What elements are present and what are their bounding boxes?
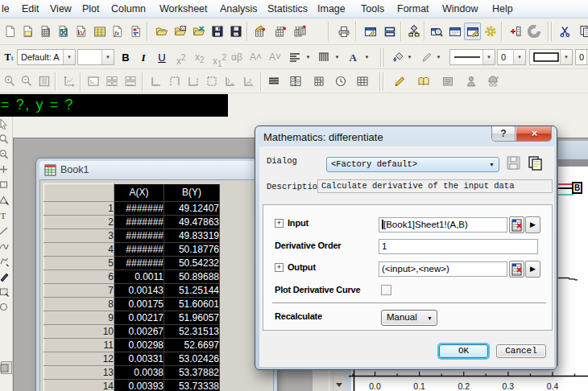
menu-item-plot[interactable]: Plot: [82, 2, 100, 16]
cell-a5[interactable]: #######: [114, 257, 164, 270]
print-icon[interactable]: [335, 23, 352, 40]
code-builder-icon[interactable]: [482, 23, 499, 40]
input-flyout-button[interactable]: ▶: [525, 216, 540, 233]
cell-a9[interactable]: 0.00217: [114, 311, 164, 325]
cell-b4[interactable]: 50.18776: [164, 243, 220, 257]
row-header[interactable]: 10: [44, 325, 114, 339]
cell-a14[interactable]: 0.00393: [114, 380, 164, 391]
menu-item-view[interactable]: View: [50, 2, 72, 16]
menu-item-tools[interactable]: Tools: [361, 2, 384, 16]
command-window-icon[interactable]: [464, 23, 481, 40]
save-theme-button[interactable]: [506, 155, 524, 171]
chevron-down-icon[interactable]: ▼: [303, 49, 313, 66]
help-button[interactable]: ?: [492, 126, 516, 142]
open-excel-icon[interactable]: [190, 23, 207, 40]
plot-derivative-checkbox[interactable]: [381, 285, 391, 295]
input-field[interactable]: [Book1]Sheet1!(A,B): [379, 217, 507, 233]
output-field[interactable]: (<input>,<new>): [379, 261, 507, 277]
new-function-icon[interactable]: fx: [109, 23, 126, 40]
menu-item-worksheet[interactable]: Worksheet: [159, 2, 208, 16]
increase-font-icon[interactable]: A˄: [250, 49, 262, 66]
save-project-icon[interactable]: [209, 23, 226, 40]
copy-settings-button[interactable]: [527, 155, 545, 171]
text-tool-icon[interactable]: T: [1, 209, 12, 222]
font-combo[interactable]: Default: A▼: [17, 49, 76, 65]
bold-button[interactable]: B: [118, 49, 134, 66]
new-graph-icon[interactable]: [72, 23, 89, 40]
supersubscript-icon[interactable]: x12: [213, 49, 226, 66]
book1-titlebar[interactable]: Book1: [39, 161, 274, 179]
row-header[interactable]: 7: [44, 284, 114, 298]
script-window[interactable]: = ?, y = ?: [0, 94, 230, 117]
row-header[interactable]: 1: [44, 202, 114, 216]
edit-pencil-icon[interactable]: [391, 72, 408, 90]
zoom-out-page-icon[interactable]: [18, 72, 35, 90]
cell-b13[interactable]: 53.37882: [164, 366, 220, 380]
row-header[interactable]: 14: [44, 380, 114, 391]
open-book-icon[interactable]: [415, 72, 432, 90]
zoom-in-tool-icon[interactable]: [1, 133, 12, 146]
menu-item-edit[interactable]: Edit: [22, 2, 39, 16]
gray-tool-icon[interactable]: [439, 72, 456, 90]
new-excel-icon[interactable]: [55, 23, 72, 40]
row-header[interactable]: 8: [44, 298, 114, 311]
layer-grid-icon[interactable]: [122, 72, 139, 90]
menu-item-image[interactable]: Image: [317, 2, 346, 16]
curve-tool-icon[interactable]: [1, 240, 12, 253]
cell-a3[interactable]: #######: [114, 229, 164, 243]
input-range-button[interactable]: [509, 216, 524, 233]
row-header[interactable]: 6: [44, 270, 114, 284]
decrease-font-icon[interactable]: A˅: [269, 49, 281, 66]
stroller-icon[interactable]: [484, 72, 501, 90]
pointer-tool-icon[interactable]: [1, 117, 12, 130]
axis-scale-right-icon[interactable]: [240, 72, 257, 90]
output-flyout-button[interactable]: ▶: [525, 261, 540, 278]
menu-item-help[interactable]: Help: [492, 2, 513, 16]
font-color-icon[interactable]: A: [345, 48, 362, 66]
line-width-combo[interactable]: 0▼: [497, 49, 526, 65]
row-header[interactable]: 12: [44, 352, 114, 366]
line-style-combo[interactable]: ▼: [449, 49, 495, 65]
book1-window[interactable]: Book1 A(X)B(Y)1#######49.124072#######49…: [35, 158, 278, 391]
add-columns-icon[interactable]: =B+C: [287, 72, 304, 90]
subscript-icon[interactable]: x2: [195, 49, 205, 66]
cell-a7[interactable]: 0.00143: [114, 284, 164, 298]
axis-box-icon[interactable]: [203, 72, 220, 90]
overflow-arrow-icon[interactable]: [336, 383, 342, 387]
cell-a12[interactable]: 0.00331: [114, 352, 164, 366]
new-folder-icon[interactable]: [19, 23, 36, 40]
cell-a6[interactable]: 0.0011: [114, 270, 164, 284]
row-header[interactable]: 2: [44, 216, 114, 229]
new-layout-icon[interactable]: [127, 23, 144, 40]
column-header-a[interactable]: A(X): [114, 184, 164, 202]
axis-scale-left-icon[interactable]: [222, 72, 238, 90]
worksheet-table[interactable]: A(X)B(Y)1#######49.124072#######49.47863…: [43, 183, 220, 391]
underline-button[interactable]: U: [154, 49, 170, 66]
input-expand-icon[interactable]: +: [275, 219, 284, 228]
cell-a13[interactable]: 0.0038: [114, 366, 164, 380]
row-header[interactable]: 3: [44, 229, 114, 243]
project-explorer-icon[interactable]: [405, 23, 422, 40]
row-header[interactable]: 4: [44, 243, 114, 257]
rectangle-tool-icon[interactable]: [1, 286, 12, 298]
cell-a2[interactable]: #######: [114, 216, 164, 229]
zoom-in-page-icon[interactable]: [1, 72, 18, 90]
save-template-icon[interactable]: [227, 23, 244, 40]
chevron-down-icon[interactable]: ▼: [433, 49, 444, 66]
row-header[interactable]: 13: [44, 366, 114, 380]
fill-color-icon[interactable]: [389, 48, 406, 66]
corner-cell[interactable]: [44, 184, 114, 202]
layer-quad-icon[interactable]: [103, 72, 120, 90]
output-expand-icon[interactable]: +: [275, 263, 284, 272]
cell-a1[interactable]: #######: [114, 202, 164, 216]
open-graph-icon[interactable]: [172, 23, 188, 40]
chevron-down-icon[interactable]: ▼: [332, 49, 342, 66]
copy-icon[interactable]: [577, 23, 588, 40]
new-matrix-icon[interactable]: [91, 23, 108, 40]
freehand-tool-icon[interactable]: [1, 270, 12, 283]
row-header[interactable]: 5: [44, 257, 114, 270]
cell-b12[interactable]: 53.02426: [164, 352, 220, 366]
script-window-icon[interactable]: [446, 23, 463, 40]
layer-single-icon[interactable]: [85, 72, 101, 90]
row-header[interactable]: 11: [44, 339, 114, 352]
